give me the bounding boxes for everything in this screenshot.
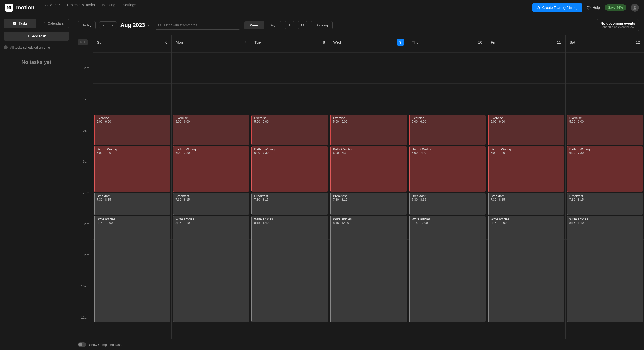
event-time: 6:00 - 7:30 (333, 151, 405, 155)
sidebar-tab-calendars[interactable]: Calendars (36, 19, 69, 28)
nav-projects[interactable]: Projects & Tasks (67, 3, 95, 12)
prev-week-button[interactable] (99, 22, 108, 29)
nav-calendar[interactable]: Calendar (45, 3, 60, 12)
day-column[interactable]: Exercise 5:00 - 6:00Bath + Writing 6:00 … (487, 52, 565, 339)
task-status-text: All tasks scheduled on-time (10, 46, 50, 49)
view-day-button[interactable]: Day (264, 21, 281, 29)
event-title: Breakfast (97, 194, 168, 198)
event-time: 7:30 - 8:15 (254, 198, 326, 201)
calendar-event[interactable]: Exercise 5:00 - 6:00 (567, 115, 643, 145)
person-plus-icon (537, 6, 540, 9)
search-button[interactable] (298, 21, 307, 29)
nav-settings[interactable]: Settings (123, 3, 136, 12)
add-event-button[interactable] (285, 21, 294, 29)
event-title: Write articles (175, 217, 247, 221)
calendar-event[interactable]: Exercise 5:00 - 6:00 (173, 115, 249, 145)
calendar-event[interactable]: Bath + Writing 6:00 - 7:30 (567, 146, 643, 192)
svg-point-6 (301, 24, 303, 26)
date-picker[interactable]: Aug 2023 (120, 22, 150, 28)
event-title: Bath + Writing (491, 147, 562, 151)
calendar-event[interactable]: Exercise 5:00 - 6:00 (251, 115, 328, 145)
calendar-event[interactable]: Bath + Writing 6:00 - 7:30 (488, 146, 564, 192)
calendar-event[interactable]: Write articles 8:15 - 12:00 (94, 216, 170, 322)
calendar-event[interactable]: Write articles 8:15 - 12:00 (409, 216, 486, 322)
show-completed-toggle[interactable] (78, 342, 86, 347)
day-name: Tue (254, 40, 261, 45)
event-title: Breakfast (412, 194, 484, 198)
calendar-event[interactable]: Bath + Writing 6:00 - 7:30 (330, 146, 407, 192)
save-badge[interactable]: Save 44% (605, 4, 626, 11)
event-title: Breakfast (491, 194, 562, 198)
calendar-event[interactable]: Bath + Writing 6:00 - 7:30 (409, 146, 486, 192)
event-title: Breakfast (569, 194, 641, 198)
help-icon (587, 6, 591, 10)
event-title: Exercise (569, 116, 641, 120)
svg-point-5 (159, 24, 161, 26)
today-button[interactable]: Today (78, 21, 96, 29)
calendar-event[interactable]: Breakfast 7:30 - 8:15 (409, 193, 486, 215)
calendar-event[interactable]: Breakfast 7:30 - 8:15 (488, 193, 564, 215)
timezone-badge[interactable]: IST (78, 39, 88, 45)
day-number: 6 (165, 40, 167, 45)
brand-name: motion (16, 4, 34, 11)
day-number: 9 (397, 39, 404, 46)
calendar-event[interactable]: Exercise 5:00 - 6:00 (409, 115, 486, 145)
event-title: Bath + Writing (412, 147, 484, 151)
event-time: 5:00 - 6:00 (254, 120, 326, 123)
sidebar-tab-tasks[interactable]: Tasks (4, 19, 36, 28)
calendar-event[interactable]: Write articles 8:15 - 12:00 (567, 216, 643, 322)
event-time: 7:30 - 8:15 (175, 198, 247, 201)
calendar-event[interactable]: Write articles 8:15 - 12:00 (251, 216, 328, 322)
calendar-event[interactable]: Write articles 8:15 - 12:00 (330, 216, 407, 322)
day-header: Fri 11 (487, 35, 565, 49)
calendar-event[interactable]: Write articles 8:15 - 12:00 (488, 216, 564, 322)
view-week-button[interactable]: Week (244, 21, 264, 29)
booking-button[interactable]: Booking (311, 21, 333, 29)
event-title: Exercise (333, 116, 405, 120)
day-column[interactable]: Exercise 5:00 - 6:00Bath + Writing 6:00 … (93, 52, 171, 339)
create-team-button[interactable]: Create Team (40% off) (532, 3, 582, 12)
meet-input[interactable] (155, 21, 240, 30)
add-task-button[interactable]: Add task (4, 32, 69, 41)
nav-booking[interactable]: Booking (102, 3, 115, 12)
day-header: Tue 8 (250, 35, 329, 49)
day-number: 12 (636, 40, 640, 45)
day-column[interactable]: Exercise 5:00 - 6:00Bath + Writing 6:00 … (171, 52, 250, 339)
event-time: 8:15 - 12:00 (333, 221, 405, 225)
hour-label: 11am (81, 316, 89, 319)
event-title: Exercise (254, 116, 326, 120)
hour-label: 9am (83, 253, 89, 257)
upcoming-events-panel: No upcoming events Schedule an event bel… (597, 19, 639, 31)
calendar-event[interactable]: Breakfast 7:30 - 8:15 (567, 193, 643, 215)
calendar-event[interactable]: Breakfast 7:30 - 8:15 (330, 193, 407, 215)
day-name: Wed (333, 40, 341, 45)
event-time: 7:30 - 8:15 (491, 198, 562, 201)
calendar-event[interactable]: Breakfast 7:30 - 8:15 (173, 193, 249, 215)
event-time: 8:15 - 12:00 (491, 221, 562, 225)
calendar-event[interactable]: Exercise 5:00 - 6:00 (488, 115, 564, 145)
calendar-event[interactable]: Exercise 5:00 - 6:00 (94, 115, 170, 145)
day-column[interactable]: Exercise 5:00 - 6:00Bath + Writing 6:00 … (408, 52, 487, 339)
status-indicator-icon (4, 45, 8, 49)
day-name: Thu (412, 40, 419, 45)
avatar[interactable] (631, 4, 639, 12)
event-title: Write articles (569, 217, 641, 221)
logo-icon (5, 4, 13, 12)
calendar-event[interactable]: Breakfast 7:30 - 8:15 (251, 193, 328, 215)
calendar-event[interactable]: Write articles 8:15 - 12:00 (173, 216, 249, 322)
day-column[interactable]: Exercise 5:00 - 6:00Bath + Writing 6:00 … (565, 52, 644, 339)
calendar-event[interactable]: Bath + Writing 6:00 - 7:30 (173, 146, 249, 192)
calendar-event[interactable]: Exercise 5:00 - 6:00 (330, 115, 407, 145)
event-time: 6:00 - 7:30 (491, 151, 562, 155)
day-number: 8 (323, 40, 325, 45)
next-week-button[interactable] (108, 22, 117, 29)
calendar-event[interactable]: Bath + Writing 6:00 - 7:30 (94, 146, 170, 192)
day-number: 10 (478, 40, 482, 45)
day-column[interactable]: Exercise 5:00 - 6:00Bath + Writing 6:00 … (250, 52, 329, 339)
help-link[interactable]: Help (587, 6, 600, 10)
calendar-event[interactable]: Breakfast 7:30 - 8:15 (94, 193, 170, 215)
day-header: Mon 7 (171, 35, 250, 49)
calendar-event[interactable]: Bath + Writing 6:00 - 7:30 (251, 146, 328, 192)
event-time: 8:15 - 12:00 (412, 221, 484, 225)
day-column[interactable]: Exercise 5:00 - 6:00Bath + Writing 6:00 … (329, 52, 408, 339)
